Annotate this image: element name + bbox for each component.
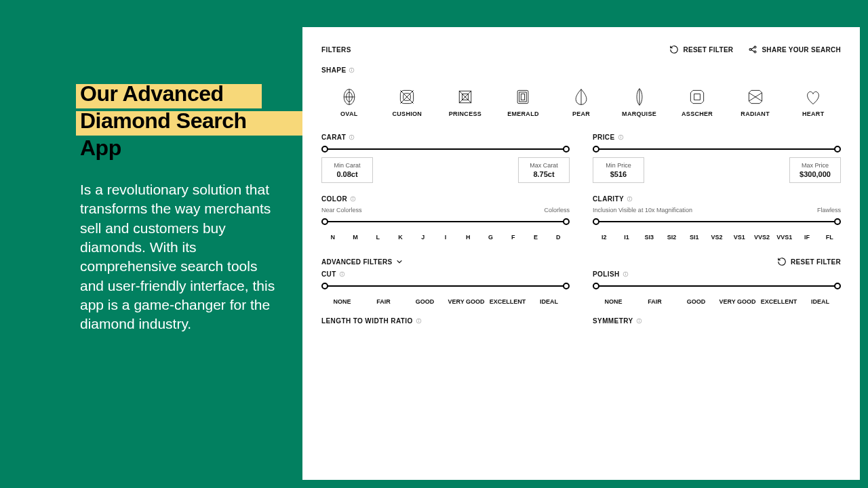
price-min-label: Min Price <box>600 162 637 169</box>
tick: VERY GOOD <box>717 298 758 305</box>
reset-filter-button[interactable]: RESET FILTER <box>669 45 733 54</box>
tick: I <box>434 234 456 241</box>
price-filter: PRICE Min Price $516 Max Price $300,000 <box>593 134 841 183</box>
marketing-subcopy: Is a revolutionary solution that transfo… <box>80 180 283 334</box>
ratio-title: LENGTH TO WIDTH RATIO <box>321 317 413 325</box>
price-slider[interactable] <box>593 146 841 152</box>
polish-slider[interactable] <box>593 283 841 289</box>
shape-title: SHAPE <box>321 66 346 74</box>
svg-rect-19 <box>519 92 527 102</box>
tick: I1 <box>615 234 637 241</box>
headline: Our Advanced Diamond Search App <box>80 80 290 161</box>
refresh-icon <box>777 257 787 266</box>
clarity-filter: CLARITY Inclusion Visible at 10x Magnifi… <box>593 195 841 241</box>
slider-handle-max[interactable] <box>563 283 570 289</box>
tick: VERY GOOD <box>446 298 487 305</box>
slider-handle-min[interactable] <box>321 283 328 289</box>
shape-pear[interactable]: PEAR <box>553 87 609 117</box>
color-slider[interactable] <box>321 219 570 224</box>
info-icon[interactable] <box>627 196 633 202</box>
svg-point-33 <box>620 136 621 137</box>
clarity-right-hint: Flawless <box>817 207 841 214</box>
shape-asscher[interactable]: ASSCHER <box>669 87 725 117</box>
info-icon[interactable] <box>350 196 356 202</box>
shape-marquise[interactable]: MARQUISE <box>612 87 667 117</box>
tick: D <box>547 234 570 241</box>
clarity-slider[interactable] <box>593 219 841 224</box>
tick: NONE <box>321 298 363 305</box>
slider-handle-max[interactable] <box>834 283 841 289</box>
carat-max-box[interactable]: Max Carat 8.75ct <box>518 157 570 183</box>
shape-label: PEAR <box>572 110 590 117</box>
shape-grid: OVAL CUSHION PRINCESS EMERALD PEAR MARQU… <box>321 87 841 117</box>
tick: J <box>412 234 434 241</box>
slider-handle-max[interactable] <box>834 218 841 225</box>
price-title: PRICE <box>593 134 615 141</box>
tick: IDEAL <box>528 298 570 305</box>
tick: IDEAL <box>800 298 841 305</box>
price-max-label: Max Price <box>797 162 833 169</box>
symmetry-filter: SYMMETRY <box>593 317 841 325</box>
cut-slider[interactable] <box>321 283 570 289</box>
advanced-reset-label: RESET FILTER <box>791 258 841 266</box>
price-min-box[interactable]: Min Price $516 <box>593 157 644 183</box>
tick: SI3 <box>638 234 660 241</box>
tick: SI2 <box>660 234 683 241</box>
carat-min-box[interactable]: Min Carat 0.08ct <box>321 157 373 183</box>
shape-radiant[interactable]: RADIANT <box>728 87 783 117</box>
slider-handle-max[interactable] <box>563 146 570 152</box>
slider-handle-min[interactable] <box>593 218 599 225</box>
carat-min-value: 0.08ct <box>329 170 366 178</box>
panel-title: FILTERS <box>321 46 351 54</box>
shape-label: OVAL <box>340 110 358 117</box>
svg-marker-23 <box>690 90 703 103</box>
slider-handle-min[interactable] <box>593 283 599 289</box>
info-icon[interactable] <box>636 318 642 324</box>
shape-princess[interactable]: PRINCESS <box>437 87 493 117</box>
share-search-button[interactable]: SHARE YOUR SEARCH <box>748 45 841 54</box>
info-icon[interactable] <box>618 134 624 140</box>
advanced-reset-button[interactable]: RESET FILTER <box>777 257 841 266</box>
shape-heart[interactable]: HEART <box>785 87 841 117</box>
slider-handle-min[interactable] <box>321 146 328 152</box>
carat-slider[interactable] <box>321 146 570 152</box>
shape-section: SHAPE OVAL CUSHION PRINCESS EMERALD <box>321 66 841 117</box>
svg-rect-24 <box>694 94 701 100</box>
slider-handle-min[interactable] <box>321 218 328 225</box>
advanced-filters-toggle[interactable]: ADVANCED FILTERS <box>321 258 403 266</box>
slider-handle-max[interactable] <box>563 218 570 225</box>
tick: GOOD <box>404 298 446 305</box>
ratio-filter: LENGTH TO WIDTH RATIO <box>321 317 570 325</box>
svg-point-36 <box>353 198 353 199</box>
info-icon[interactable] <box>623 271 629 277</box>
shape-cushion[interactable]: CUSHION <box>380 87 435 117</box>
tick: EXCELLENT <box>758 298 800 305</box>
info-icon[interactable] <box>349 67 355 73</box>
color-ticks: N M L K J I H G F E D <box>321 234 570 241</box>
info-icon[interactable] <box>339 271 345 277</box>
color-title: COLOR <box>321 195 347 203</box>
info-icon[interactable] <box>349 134 355 140</box>
tick: EXCELLENT <box>487 298 528 305</box>
clarity-left-hint: Inclusion Visible at 10x Magnification <box>593 207 692 214</box>
advanced-filters-label: ADVANCED FILTERS <box>321 258 392 266</box>
slider-handle-max[interactable] <box>834 146 841 152</box>
tick: K <box>389 234 412 241</box>
clarity-title: CLARITY <box>593 195 624 203</box>
tick: SI1 <box>683 234 705 241</box>
shape-emerald[interactable]: EMERALD <box>496 87 551 117</box>
slider-handle-min[interactable] <box>593 146 599 152</box>
tick: F <box>502 234 524 241</box>
cut-filter: CUT NONE FAIR GOOD VERY GOOD EXCELLENT I… <box>321 270 570 305</box>
shape-oval[interactable]: OVAL <box>321 87 377 117</box>
price-max-box[interactable]: Max Price $300,000 <box>789 157 841 183</box>
reset-filter-label: RESET FILTER <box>683 46 733 54</box>
info-icon[interactable] <box>416 318 422 324</box>
svg-point-51 <box>639 320 639 321</box>
panel-actions: RESET FILTER SHARE YOUR SEARCH <box>669 45 841 54</box>
clarity-ticks: I2 I1 SI3 SI2 SI1 VS2 VS1 VVS2 VVS1 IF F… <box>593 234 841 241</box>
refresh-icon <box>669 45 679 54</box>
tick: VVS1 <box>773 234 795 241</box>
svg-point-30 <box>351 136 352 137</box>
svg-point-48 <box>418 320 419 321</box>
